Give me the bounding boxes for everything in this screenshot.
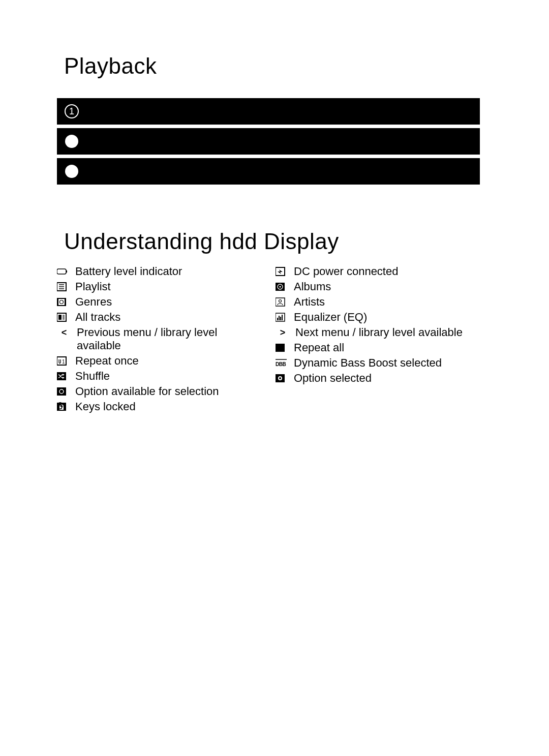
all-tracks-icon: [57, 313, 68, 322]
legend-label: Keys locked: [75, 400, 260, 413]
heading-understanding-display: Understanding hdd Display: [64, 229, 339, 254]
legend-label: Shuffle: [75, 370, 260, 383]
legend-item: Genres: [57, 295, 260, 309]
legend-item: DC power connected: [276, 265, 480, 278]
legend-item: All tracks: [57, 311, 260, 324]
bullet-icon: [65, 135, 78, 148]
legend-label: Option selected: [294, 372, 480, 385]
shuffle-icon: [57, 372, 68, 381]
manual-page: Playback 1 Understanding hdd Display Bat…: [0, 0, 549, 756]
option-available-icon: [57, 387, 68, 396]
dbb-icon: [276, 358, 287, 368]
legend-item: Shuffle: [57, 370, 260, 383]
legend-label: Artists: [294, 295, 480, 309]
legend-item: Option available for selection: [57, 385, 260, 398]
legend-label: Previous menu / library level available: [77, 326, 260, 352]
legend-label: Dynamic Bass Boost selected: [294, 356, 480, 370]
legend-label: Battery level indicator: [75, 265, 260, 278]
legend-label: Albums: [294, 280, 480, 293]
legend-label: Genres: [75, 295, 260, 309]
legend-item: Dynamic Bass Boost selected: [276, 356, 480, 370]
albums-icon: [276, 282, 287, 291]
bullet-icon: [65, 165, 78, 178]
legend-item: Playlist: [57, 280, 260, 293]
option-selected-icon: [276, 374, 287, 383]
legend-item: > Next menu / library level available: [276, 326, 480, 339]
dc-power-icon: [276, 267, 287, 276]
prev-arrow-icon: <: [57, 328, 70, 337]
genres-icon: [57, 297, 68, 307]
legend-column-left: Battery level indicator Playlist Genres …: [57, 265, 260, 415]
legend-item: Repeat all: [276, 341, 480, 354]
legend-column-right: DC power connected Albums Artists Equali…: [276, 265, 480, 415]
page-number: 6: [57, 400, 63, 412]
legend-label: Repeat once: [75, 354, 260, 368]
legend-label: Equalizer (EQ): [294, 311, 480, 324]
legend-label: Repeat all: [294, 341, 480, 354]
step-row-3: [57, 158, 480, 185]
legend-item: Repeat once: [57, 354, 260, 368]
next-arrow-icon: >: [276, 328, 288, 337]
legend-item: Option selected: [276, 372, 480, 385]
repeat-all-icon: [276, 343, 287, 352]
legend-item: Equalizer (EQ): [276, 311, 480, 324]
legend-item: Artists: [276, 295, 480, 309]
artists-icon: [276, 297, 287, 307]
heading-playback: Playback: [64, 53, 157, 79]
playlist-icon: [57, 282, 68, 291]
battery-icon: [57, 267, 68, 276]
legend-label: Option available for selection: [75, 385, 260, 398]
step-row-2: [57, 128, 480, 155]
legend-label: Playlist: [75, 280, 260, 293]
legend-item: Battery level indicator: [57, 265, 260, 278]
legend-label: All tracks: [75, 311, 260, 324]
repeat-once-icon: [57, 356, 68, 366]
step-row-1: 1: [57, 98, 480, 125]
legend-item: < Previous menu / library level availabl…: [57, 326, 260, 352]
legend-item: Keys locked: [57, 400, 260, 413]
equalizer-icon: [276, 313, 287, 322]
step-number-badge: 1: [65, 104, 79, 118]
legend-item: Albums: [276, 280, 480, 293]
legend-label: DC power connected: [294, 265, 480, 278]
icon-legend: Battery level indicator Playlist Genres …: [57, 265, 480, 415]
legend-label: Next menu / library level available: [295, 326, 480, 339]
